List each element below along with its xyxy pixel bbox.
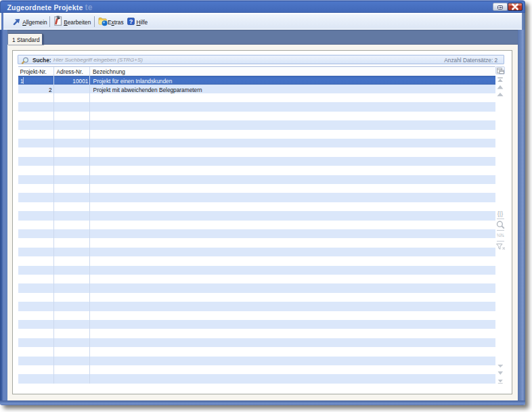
svg-text:?: ? bbox=[129, 18, 133, 25]
